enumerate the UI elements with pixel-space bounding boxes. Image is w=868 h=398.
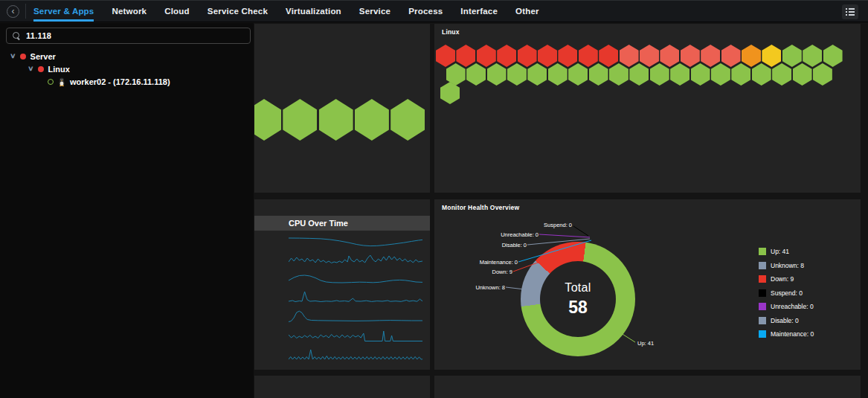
tab-service-check[interactable]: Service Check: [208, 1, 268, 22]
top-nav: ‹ Server & AppsNetworkCloudService Check…: [0, 0, 868, 22]
cpu-panel-header[interactable]: CPU Over Time: [254, 216, 430, 231]
tree-item-server[interactable]: ∨ Server: [0, 50, 254, 62]
hexagon-monitor[interactable]: [681, 45, 700, 67]
hexagon-monitor[interactable]: [660, 45, 679, 67]
tab-virtualization[interactable]: Virtualization: [286, 1, 341, 22]
status-up-ring: [48, 79, 54, 85]
panel-bottom-right: [434, 376, 861, 398]
chevron-down-icon[interactable]: ∨: [28, 65, 34, 72]
hexagon-monitor[interactable]: [752, 63, 771, 86]
hexagon-monitor[interactable]: [640, 45, 659, 67]
hexagon-monitor[interactable]: [477, 45, 496, 67]
hexagon-monitor[interactable]: [355, 99, 389, 141]
panel-linux: Linux: [434, 24, 861, 193]
hexagon-monitor[interactable]: [782, 45, 802, 67]
panel-title: Linux: [442, 28, 460, 36]
search-box[interactable]: [6, 28, 251, 44]
tree-item-label: worker02 - (172.16.11.118): [70, 77, 170, 86]
hexagon-monitor[interactable]: [609, 63, 629, 86]
tab-service[interactable]: Service: [359, 1, 390, 22]
donut-callout-label: Disable: 0: [502, 242, 527, 248]
hexagon-monitor[interactable]: [283, 99, 317, 141]
cpu-sparkline: [289, 347, 422, 362]
donut-callout-label: Down: 9: [492, 269, 512, 275]
tab-network[interactable]: Network: [112, 1, 147, 22]
hexagon-monitor[interactable]: [548, 63, 568, 86]
panel-cpu-over-time: CPU Over Time: [254, 199, 430, 370]
layout-menu-button[interactable]: [842, 4, 858, 19]
hexagon-monitor[interactable]: [558, 45, 577, 67]
panel-hex-overview: [254, 24, 430, 193]
nav-divider: [25, 4, 26, 19]
hexagon-monitor[interactable]: [793, 63, 812, 86]
hexagon-monitor[interactable]: [487, 63, 507, 86]
hexagon-monitor[interactable]: [440, 82, 460, 104]
hexagon-monitor[interactable]: [599, 45, 618, 67]
tree-item-linux[interactable]: ∨ Linux: [0, 62, 254, 75]
hexagon-monitor[interactable]: [456, 45, 475, 67]
hexagon-monitor[interactable]: [701, 45, 720, 67]
donut-callout-label: Suspend: 0: [544, 222, 572, 228]
donut-callout-label: Unknown: 8: [475, 284, 505, 291]
panel-title: CPU Over Time: [289, 219, 348, 228]
tree-item-worker02[interactable]: worker02 - (172.16.11.118): [0, 75, 254, 88]
hexagon-monitor[interactable]: [731, 63, 750, 86]
monitor-tree: ∨ Server ∨ Linux worker02 - (172.16.11.1…: [0, 50, 254, 88]
hexagon-monitor[interactable]: [620, 45, 639, 67]
hexagon-monitor[interactable]: [446, 63, 466, 86]
hexagon-monitor[interactable]: [589, 63, 608, 86]
nav-tabs: Server & AppsNetworkCloudService CheckVi…: [33, 1, 539, 22]
hexagon-monitor[interactable]: [711, 63, 730, 86]
hexagon-monitor[interactable]: [650, 63, 669, 86]
search-input[interactable]: [26, 31, 250, 40]
donut-callout-label: Unreachable: 0: [501, 231, 539, 238]
hexagon-monitor[interactable]: [823, 45, 843, 67]
hexagon-monitor[interactable]: [538, 45, 557, 67]
hexagon-monitor[interactable]: [813, 63, 832, 86]
cpu-sparkline: [289, 271, 422, 286]
hexagon-monitor[interactable]: [390, 99, 425, 141]
cpu-sparkline: [289, 234, 422, 249]
back-button[interactable]: ‹: [7, 5, 19, 18]
donut-callout-label: Up: 41: [637, 340, 654, 347]
hexagon-monitor[interactable]: [762, 45, 781, 67]
hexagon-monitor[interactable]: [518, 45, 537, 67]
tab-server-apps[interactable]: Server & Apps: [33, 1, 94, 22]
tab-cloud[interactable]: Cloud: [164, 1, 190, 22]
hexagon-monitor[interactable]: [254, 99, 281, 141]
hexagon-monitor[interactable]: [319, 99, 353, 141]
hexagon-monitor[interactable]: [497, 45, 516, 67]
status-down-dot: [38, 66, 44, 72]
hexagon-monitor[interactable]: [436, 45, 455, 67]
hexagon-monitor[interactable]: [629, 63, 649, 86]
cpu-sparkline: [289, 289, 422, 305]
hexagon-monitor[interactable]: [466, 63, 486, 86]
hexagon-monitor[interactable]: [579, 45, 598, 67]
hexagon-monitor[interactable]: [568, 63, 588, 86]
hexagon-monitor[interactable]: [742, 45, 761, 67]
donut-callout-label: Maintenance: 0: [480, 259, 518, 266]
panel-monitor-health: Monitor Health Overview Total 58 Suspend…: [434, 199, 861, 370]
tab-other[interactable]: Other: [515, 1, 539, 22]
cpu-sparkline: [289, 252, 422, 268]
hexagon-monitor[interactable]: [803, 45, 822, 67]
status-down-dot: [20, 54, 26, 60]
hexagon-monitor[interactable]: [721, 45, 741, 67]
tree-item-label: Server: [30, 52, 56, 61]
hexagon-monitor[interactable]: [527, 63, 547, 86]
tab-interface[interactable]: Interface: [460, 1, 498, 22]
panel-bottom-left: [254, 376, 430, 398]
hexagon-monitor[interactable]: [507, 63, 527, 86]
list-icon: [846, 8, 855, 16]
cpu-sparkline: [289, 365, 422, 370]
tab-process[interactable]: Process: [408, 1, 443, 22]
search-icon: [13, 32, 21, 40]
chevron-down-icon[interactable]: ∨: [10, 53, 16, 60]
hexagon-monitor[interactable]: [670, 63, 689, 86]
linux-penguin-icon: [58, 77, 65, 86]
cpu-sparkline: [289, 327, 422, 343]
cpu-sparkline: [289, 309, 422, 324]
tree-item-label: Linux: [48, 65, 70, 74]
hexagon-monitor[interactable]: [772, 63, 791, 86]
hexagon-monitor[interactable]: [691, 63, 710, 86]
